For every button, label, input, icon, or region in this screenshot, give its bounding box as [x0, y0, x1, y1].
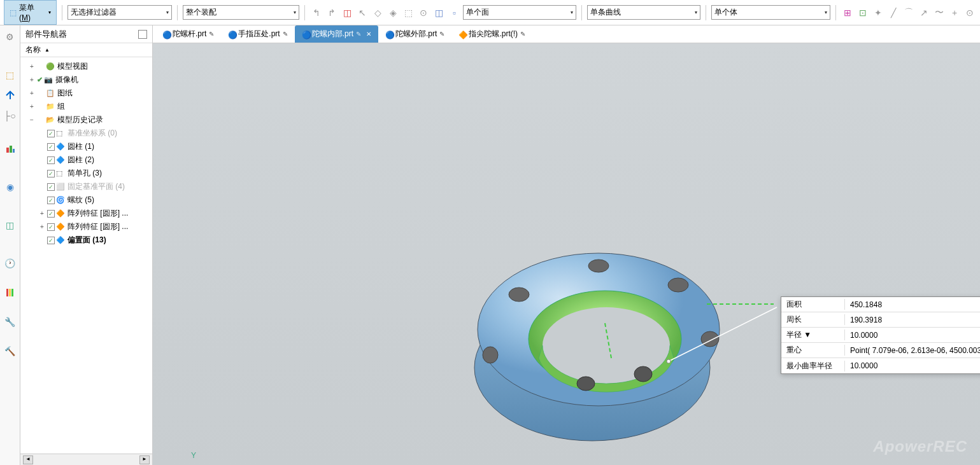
item-icon: ⬚: [56, 169, 65, 178]
tool-icon-6[interactable]: ◈: [387, 6, 399, 19]
expand-icon[interactable]: +: [28, 76, 36, 83]
tool-icon-1[interactable]: ↰: [310, 6, 323, 19]
tab-label: 指尖陀螺.prt(!): [469, 29, 518, 39]
expand-icon[interactable]: +: [38, 223, 46, 230]
check-icon: ✔: [37, 76, 43, 84]
info-label: 面积: [781, 299, 845, 310]
tool-icon-8[interactable]: ⊙: [417, 6, 430, 19]
nav-icon-5[interactable]: ◉: [4, 181, 17, 193]
sketch-icon-1[interactable]: ⊞: [841, 6, 854, 19]
tree-item[interactable]: +🟢模型视图: [20, 60, 152, 73]
tree-item[interactable]: ✓⬚简单孔 (3): [20, 167, 152, 180]
tree-item[interactable]: +✔📷摄像机: [20, 73, 152, 87]
tool-icon-5[interactable]: ◇: [371, 6, 384, 19]
checkbox[interactable]: ✓: [47, 156, 55, 164]
sketch-icon-4[interactable]: ╱: [887, 6, 900, 19]
checkbox[interactable]: ✓: [47, 210, 55, 218]
tool-icon-9[interactable]: ◫: [432, 6, 445, 19]
tree-item[interactable]: ✓🔷圆柱 (1): [20, 140, 152, 153]
item-icon: 🌀: [56, 196, 65, 205]
nav-icon-1[interactable]: ⬚: [4, 69, 17, 81]
coord-y-label: Y: [191, 451, 196, 460]
sketch-icon-3[interactable]: ✦: [872, 6, 884, 19]
tab[interactable]: 🔶指尖陀螺.prt(!)✎: [451, 25, 532, 43]
nav-icon-9[interactable]: 🔧: [4, 316, 17, 328]
tool-icon-2[interactable]: ↱: [325, 6, 338, 19]
pin-icon[interactable]: [138, 30, 147, 39]
tab-label: 陀螺内部.prt: [312, 29, 353, 39]
tree-item[interactable]: +📁组: [20, 100, 152, 113]
expand-icon[interactable]: +: [28, 63, 36, 70]
tree-label: 圆柱 (2): [67, 155, 94, 165]
assembly-dropdown[interactable]: 整个装配 ▾: [183, 5, 300, 20]
nav-icon-2[interactable]: [4, 89, 17, 102]
nav-icon-10[interactable]: 🔨: [4, 345, 17, 357]
checkbox[interactable]: ✓: [47, 237, 55, 244]
nav-icon-7[interactable]: 🕐: [4, 257, 17, 270]
info-label: 最小曲率半径: [781, 361, 845, 371]
nav-scrollbar[interactable]: ◄ ►: [20, 454, 152, 465]
checkbox[interactable]: ✓: [47, 130, 55, 137]
watermark: ApowerREC: [873, 438, 967, 455]
tab[interactable]: 🔵手指压处.prt✎: [221, 25, 294, 43]
sketch-icon-8[interactable]: +: [948, 6, 961, 19]
tree-item[interactable]: ✓⬜固定基准平面 (4): [20, 180, 152, 193]
viewport-3d[interactable]: 面积450.1848mm²⊞⇲周长190.3918mm⊞⇲半径 ▼10.0000…: [153, 43, 980, 465]
sketch-icon-5[interactable]: ⌒: [902, 6, 915, 19]
tool-icon-7[interactable]: ⬚: [402, 6, 415, 19]
curve-dropdown[interactable]: 单条曲线 ▾: [587, 5, 700, 20]
sketch-icon-9[interactable]: ⊙: [963, 6, 976, 19]
checkbox[interactable]: ✓: [47, 223, 55, 231]
face-dropdown[interactable]: 单个面 ▾: [463, 5, 576, 20]
checkbox[interactable]: ✓: [47, 197, 55, 204]
tree-item[interactable]: ✓🔷圆柱 (2): [20, 153, 152, 167]
checkbox[interactable]: ✓: [47, 143, 55, 151]
nav-icon-6[interactable]: ◫: [4, 219, 17, 232]
svg-rect-3: [6, 289, 8, 296]
tree-item[interactable]: +✓🔶阵列特征 [圆形] ...: [20, 207, 152, 220]
scroll-left[interactable]: ◄: [23, 455, 33, 464]
divider: [62, 5, 62, 20]
column-header[interactable]: 名称 ▲: [20, 43, 152, 57]
file-icon: 🔵: [162, 31, 170, 38]
menu-button[interactable]: ⬚ 菜单(M) ▾: [4, 0, 57, 25]
checkbox[interactable]: ✓: [47, 183, 55, 191]
tool-icon-3[interactable]: ◫: [341, 6, 353, 19]
svg-point-14: [483, 347, 498, 363]
tree-item[interactable]: +📋图纸: [20, 87, 152, 100]
file-icon: 🔵: [228, 31, 236, 38]
nav-icon-3[interactable]: ├○: [4, 109, 17, 122]
expand-icon[interactable]: +: [28, 90, 36, 97]
content-area: 🔵陀螺杆.prt✎🔵手指压处.prt✎🔵陀螺内部.prt✎✕🔵陀螺外部.prt✎…: [153, 25, 980, 465]
tree-item[interactable]: +✓🔶阵列特征 [圆形] ...: [20, 220, 152, 233]
tool-icon-4[interactable]: ↖: [356, 6, 369, 19]
sketch-icon-2[interactable]: ⊡: [856, 6, 869, 19]
expand-icon[interactable]: +: [28, 103, 36, 110]
tab[interactable]: 🔵陀螺内部.prt✎✕: [295, 25, 378, 43]
item-icon: ⬜: [56, 183, 65, 191]
expand-icon[interactable]: −: [28, 116, 36, 123]
tab[interactable]: 🔵陀螺杆.prt✎: [155, 25, 221, 43]
tree-item[interactable]: ✓🔷偏置面 (13): [20, 233, 152, 247]
tree-item[interactable]: ✓⬚基准坐标系 (0): [20, 127, 152, 140]
file-icon: 🔵: [385, 31, 393, 38]
tree-item[interactable]: ✓🌀螺纹 (5): [20, 193, 152, 207]
scroll-right[interactable]: ►: [139, 455, 150, 464]
tab-label: 陀螺杆.prt: [173, 29, 206, 39]
tool-icon-10[interactable]: ▫: [448, 6, 460, 19]
tree-item[interactable]: −📂模型历史记录: [20, 113, 152, 127]
close-icon[interactable]: ✕: [366, 31, 371, 38]
nav-icon-4[interactable]: [4, 142, 17, 155]
sketch-icon-6[interactable]: ↗: [918, 6, 930, 19]
menu-label: 菜单(M): [19, 3, 46, 22]
expand-icon[interactable]: +: [38, 210, 46, 217]
checkbox[interactable]: ✓: [47, 170, 55, 177]
nav-icon-8[interactable]: [4, 286, 17, 299]
settings-icon[interactable]: ⚙: [4, 31, 17, 43]
info-row: 周长190.3918mm⊞⇲: [781, 312, 980, 328]
column-name: 名称: [25, 45, 41, 55]
sketch-icon-7[interactable]: 〜: [933, 6, 946, 19]
filter-dropdown[interactable]: 无选择过滤器 ▾: [67, 5, 172, 20]
body-dropdown[interactable]: 单个体 ▾: [711, 5, 831, 20]
tab[interactable]: 🔵陀螺外部.prt✎: [378, 25, 451, 43]
